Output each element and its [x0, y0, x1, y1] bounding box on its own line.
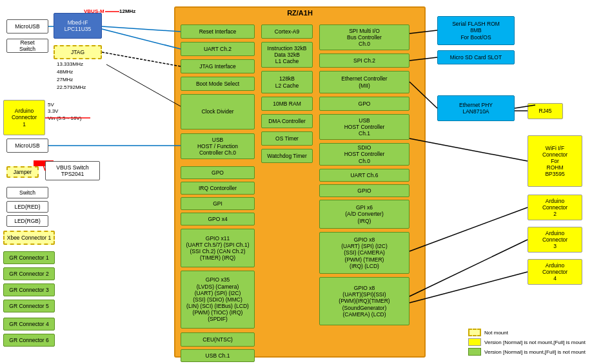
xbee-conn1[interactable]: Xbee Connector 1 — [3, 231, 55, 245]
gpio-x8-top: GPIO x8 (UART) (SPI) (I2C) (SSI) (CAMERA… — [319, 232, 409, 274]
gpo-box: GPO — [181, 166, 255, 179]
watchdog-timer: Watchdog Timer — [261, 149, 313, 163]
ethernet-ctrl: Ethernet Controller (MII) — [319, 71, 409, 93]
cortex-a9: Cortex-A9 — [261, 24, 313, 39]
rj45[interactable]: RJ45 — [528, 103, 563, 119]
l2-cache: 128kB L2 Cache — [261, 71, 313, 93]
legend-not-mount: Not mount — [468, 329, 586, 336]
gpi-x6: GPI x6 (A/D Converter) (IRQ) — [319, 200, 409, 229]
gpio-x11: GPIO x11 (UART Ch.5/7) (SPI Ch.1) (SSI C… — [181, 229, 255, 267]
svg-line-4 — [102, 52, 181, 66]
boot-mode-select: Boot Mode Select — [181, 77, 255, 91]
gpio-right: GPIO — [319, 184, 409, 197]
gpo-x4-box: GPO x4 — [181, 213, 255, 225]
freq-27: 27MHz — [57, 77, 73, 82]
reset-interface: Reset Interface — [181, 24, 255, 39]
led-rgb-box: LED(RGB) — [6, 215, 48, 227]
gpio-x35: GPIO x35 (LVDS) (Camera) (UART) (SPI) (I… — [181, 271, 255, 329]
reset-switch: Reset Switch — [6, 39, 48, 53]
freq-48: 48MHz — [57, 69, 73, 75]
legend-normal-not-full: Version [Normal] is not mount,[Full] is … — [468, 338, 586, 346]
usb-host-ch1: USB HOST Controller Ch.1 — [319, 114, 409, 140]
arduino-conn3[interactable]: Arduino Connector 3 — [528, 227, 582, 253]
micro-sd: Micro SD Card SLOT — [437, 50, 515, 64]
vin-label: Vin (5.5～16V) — [48, 115, 81, 122]
uart-ch6: UART Ch.6 — [319, 169, 409, 182]
arduino-conn1[interactable]: Arduino Connector 1 — [3, 100, 45, 135]
ethernet-phy: Ethernet PHY LAN8710A — [437, 95, 515, 121]
gpio-x8-bot: GPIO x8 (UART)(SPI)(SSI) (PWM)(IRQ)(TIME… — [319, 277, 409, 325]
freq-13333: 13.333MHz — [57, 61, 83, 67]
svg-line-15 — [409, 240, 528, 296]
gr-conn3[interactable]: GR Connector 3 — [3, 283, 55, 296]
sdio-host: SDIO HOST Controller Ch.0 — [319, 143, 409, 166]
legend-green-box — [468, 348, 481, 356]
svg-line-2 — [102, 26, 181, 32]
usb-host-func: USB HOST / Function Controller Ch.0 — [181, 133, 255, 159]
micro-usb-top: MicroUSB — [6, 19, 48, 34]
spi-multi: SPI Multi I/O Bus Controller Ch.0 — [319, 24, 409, 50]
gr-conn4[interactable]: GR Connector 4 — [3, 318, 55, 330]
legend-yellow-box — [468, 338, 481, 346]
uart-ch2: UART Ch.2 — [181, 42, 255, 56]
jtag-interface: JTAG Interface — [181, 59, 255, 73]
instruction-cache: Instruction 32kB Data 32kB L1 Cache — [261, 42, 313, 68]
legend-dashed-box — [468, 329, 481, 336]
gr-conn2[interactable]: GR Connector 2 — [3, 267, 55, 280]
vbus-m-label: VBUS-M — [84, 8, 104, 14]
svg-line-14 — [409, 207, 528, 251]
freq-22: 22.5792MHz — [57, 84, 86, 90]
arduino-conn2[interactable]: Arduino Connector 2 — [528, 195, 582, 220]
svg-line-13 — [409, 139, 528, 161]
spi-ch2: SPI Ch.2 — [319, 53, 409, 68]
jamper-box: Jamper — [6, 166, 39, 178]
freq-12mhz: 12MHz — [119, 8, 135, 14]
arduino-conn4[interactable]: Arduino Connector 4 — [528, 259, 582, 285]
os-timer: OS Timer — [261, 131, 313, 146]
svg-line-5 — [106, 64, 181, 106]
usb-ch1: USB Ch.1 — [181, 349, 255, 362]
irq-controller: IRQ Contoroller — [181, 182, 255, 195]
gpo-right: GPO — [319, 97, 409, 111]
gr-conn1[interactable]: GR Connector 1 — [3, 251, 55, 264]
clock-divider: Clock Divider — [181, 94, 255, 129]
svg-line-3 — [102, 29, 181, 49]
v33-label: 3.3V — [48, 108, 58, 114]
v5-label: 5V — [48, 102, 54, 108]
ceu-ntsc: CEU(NTSC) — [181, 332, 255, 347]
mbed-if-block: Mbed-IF LPC11U35 — [54, 13, 102, 39]
legend: Not mount Version [Normal] is not mount,… — [468, 329, 586, 358]
gr-conn5[interactable]: GR Connector 5 — [3, 300, 55, 312]
diagram: RZ/A1H MicroUSB Mbed-IF LPC11U35 Reset S… — [0, 0, 592, 364]
gr-conn6[interactable]: GR Connector 6 — [3, 334, 55, 347]
vbus-switch: VBUS Switch TPS2041 — [45, 161, 100, 180]
led-red-box: LED(RED) — [6, 201, 48, 213]
rza1h-title: RZ/A1H — [287, 9, 313, 17]
jtag-box: JTAG — [54, 45, 102, 59]
wifi-if[interactable]: WiFi I/F Connector For ROHM BP3595 — [528, 135, 582, 187]
legend-normal-full-not: Version [Normal] is mount,[Full] is not … — [468, 348, 586, 356]
svg-line-16 — [409, 272, 528, 303]
serial-flash: Serial FLASH ROM 8MB For Boot/OS — [437, 16, 515, 45]
gpi-box: GPI — [181, 197, 255, 210]
switch-box: Switch — [6, 187, 48, 198]
micro-usb-mid: MicroUSB — [6, 139, 48, 153]
dma-controller: DMA Controller — [261, 114, 313, 128]
ram-10mb: 10MB RAM — [261, 97, 313, 111]
